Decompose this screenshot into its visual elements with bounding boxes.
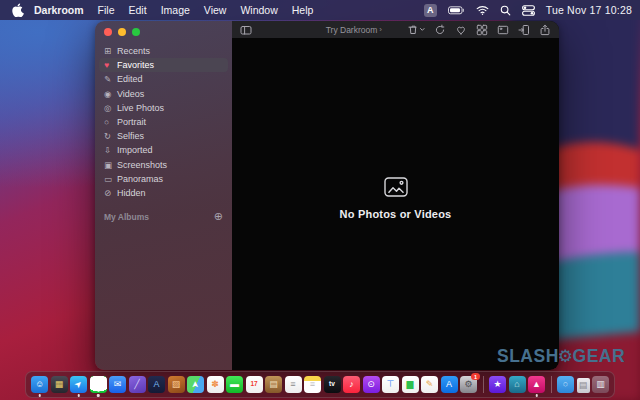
sidebar-item-imported[interactable]: ⇩Imported: [99, 143, 228, 157]
search-icon[interactable]: [500, 5, 511, 16]
empty-state-message: No Photos or Videos: [340, 208, 452, 220]
sidebar-item-live-photos[interactable]: ◎Live Photos: [99, 101, 228, 115]
sidebar-item-videos[interactable]: ◉Videos: [99, 87, 228, 101]
portrait-icon: ○: [104, 117, 117, 127]
empty-state: No Photos or Videos: [232, 24, 559, 370]
sidebar-item-screenshots[interactable]: ▣Screenshots: [99, 158, 228, 172]
dock-glyph: tv: [329, 381, 335, 388]
dock-glyph: ➤: [73, 379, 85, 391]
sidebar-item-panoramas[interactable]: ▭Panoramas: [99, 172, 228, 186]
selfies-icon: ↻: [104, 131, 117, 141]
control-center-icon[interactable]: [522, 5, 535, 16]
dock-mail-icon[interactable]: ✉: [109, 376, 126, 393]
dock-photos-icon[interactable]: ✽: [207, 376, 224, 393]
close-button[interactable]: [104, 28, 112, 36]
sidebar-item-label: Portrait: [117, 117, 146, 127]
dock-glyph: ⚙: [464, 380, 472, 389]
dock-purple-star-app-icon[interactable]: ★: [489, 376, 506, 393]
window-sidebar: ⊞Recents♥Favorites✎Edited◉Videos◎Live Ph…: [95, 21, 232, 370]
dock-glyph: ✽: [211, 380, 219, 389]
menu-image[interactable]: Image: [161, 4, 190, 16]
dock-glyph: ⊙: [367, 380, 375, 389]
running-indicator: [97, 394, 100, 397]
running-indicator: [77, 394, 80, 397]
apple-menu-icon[interactable]: [12, 3, 24, 17]
dock-glyph: 17: [250, 381, 257, 388]
edited-pencil-icon: ✎: [104, 74, 117, 84]
running-indicator: [38, 394, 41, 397]
dock-trash-icon[interactable]: ▥: [592, 376, 609, 393]
dock-glyph: ≡: [290, 380, 295, 389]
sidebar-item-label: Live Photos: [117, 103, 164, 113]
dock-tv-icon[interactable]: tv: [324, 376, 341, 393]
sidebar-item-label: Recents: [117, 46, 150, 56]
dock-messages-icon[interactable]: [90, 376, 107, 393]
dock-glyph: ☺: [35, 380, 44, 389]
photo-placeholder-icon: [383, 174, 409, 200]
panoramas-icon: ▭: [104, 174, 117, 184]
dock-music-icon[interactable]: ♪: [343, 376, 360, 393]
sidebar-item-hidden[interactable]: ⊘Hidden: [99, 186, 228, 200]
dock-glyph: ♪: [349, 380, 354, 389]
sidebar-item-recents[interactable]: ⊞Recents: [99, 44, 228, 58]
minimize-button[interactable]: [118, 28, 126, 36]
sidebar-item-favorites[interactable]: ♥Favorites: [99, 58, 228, 72]
dock-podcasts-icon[interactable]: ⊙: [363, 376, 380, 393]
dock-keynote-icon[interactable]: ⊤: [382, 376, 399, 393]
sidebar-item-portrait[interactable]: ○Portrait: [99, 115, 228, 129]
dock-numbers-icon[interactable]: ▆: [402, 376, 419, 393]
dock-finder-icon[interactable]: ☺: [31, 376, 48, 393]
menu-bar: Darkroom FileEditImageViewWindowHelp A T…: [0, 0, 640, 20]
dock-calendar-icon[interactable]: 17: [246, 376, 263, 393]
wifi-icon[interactable]: [476, 5, 489, 15]
menu-help[interactable]: Help: [292, 4, 314, 16]
dock-city-app-icon[interactable]: ⌂: [509, 376, 526, 393]
dock-glyph: ▤: [269, 380, 278, 389]
menu-file[interactable]: File: [98, 4, 115, 16]
dock-glyph: ✎: [426, 380, 434, 389]
my-albums-header: My Albums: [104, 212, 149, 222]
sidebar-item-selfies[interactable]: ↻Selfies: [99, 129, 228, 143]
dock-glyph: ★: [493, 380, 501, 389]
dock-glyph: A: [446, 380, 452, 389]
dock-safari-icon[interactable]: ➤: [70, 376, 87, 393]
dock-downloads-folder-icon[interactable]: ○: [557, 376, 574, 393]
battery-icon[interactable]: [448, 6, 465, 15]
zoom-button[interactable]: [132, 28, 140, 36]
dock-glyph: ╱: [134, 380, 139, 389]
dock-pages-icon[interactable]: ✎: [421, 376, 438, 393]
screenshots-icon: ▣: [104, 160, 117, 170]
dock-document-icon[interactable]: ▤: [577, 378, 590, 393]
sidebar-item-label: Imported: [117, 145, 153, 155]
imported-icon: ⇩: [104, 145, 117, 155]
hidden-icon: ⊘: [104, 188, 117, 198]
running-indicator: [535, 394, 538, 397]
gear-icon: ⚙: [558, 346, 574, 367]
menu-edit[interactable]: Edit: [129, 4, 147, 16]
dock-system-preferences-icon[interactable]: ⚙1: [460, 376, 477, 393]
dock-separator: [483, 376, 484, 393]
dock-maps-icon[interactable]: ➤: [187, 376, 204, 393]
sidebar-item-label: Screenshots: [117, 160, 167, 170]
sidebar-item-edited[interactable]: ✎Edited: [99, 72, 228, 86]
photos-content-area: Try Darkroom › No Photos or Videos: [232, 21, 559, 370]
dock-launchpad-icon[interactable]: ▦: [51, 376, 68, 393]
menu-view[interactable]: View: [204, 4, 227, 16]
dock-orange-striped-app-icon[interactable]: ▨: [168, 376, 185, 393]
dock: ☺▦➤✉╱A▨➤✽▬17▤≡≡tv♪⊙⊤▆✎A⚙1★⌂▲○▤▥: [25, 371, 615, 398]
active-app-name[interactable]: Darkroom: [34, 4, 84, 16]
menu-bar-clock[interactable]: Tue Nov 17 10:28: [546, 4, 632, 16]
dock-contacts-icon[interactable]: ▤: [265, 376, 282, 393]
dock-reminders-icon[interactable]: ≡: [285, 376, 302, 393]
dock-darkroom-icon[interactable]: ▲: [528, 376, 545, 393]
dock-glyph: ➤: [191, 381, 200, 389]
add-album-button[interactable]: ⊕: [214, 210, 223, 223]
menu-window[interactable]: Window: [240, 4, 277, 16]
dock-affinity-photo-icon[interactable]: A: [148, 376, 165, 393]
input-source-icon[interactable]: A: [424, 4, 437, 17]
dock-purple-stripes-app-icon[interactable]: ╱: [129, 376, 146, 393]
slashgear-watermark: SLASH ⚙ GEAR: [497, 346, 625, 367]
dock-notes-icon[interactable]: ≡: [304, 376, 321, 393]
dock-app-store-icon[interactable]: A: [441, 376, 458, 393]
dock-facetime-icon[interactable]: ▬: [226, 376, 243, 393]
